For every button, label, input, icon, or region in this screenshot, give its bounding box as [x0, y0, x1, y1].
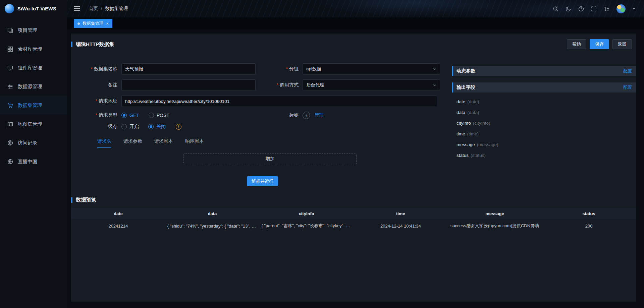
chevron-down-icon — [433, 83, 436, 87]
dynamic-params-config-link[interactable]: 配置 — [623, 68, 636, 74]
logo-row: SiWu-IoT-ViEWS — [0, 0, 67, 17]
output-fields-list: date(date) data(data) cityInfo(cityInfo)… — [452, 93, 636, 161]
menu-toggle-icon[interactable] — [74, 6, 80, 11]
avatar[interactable] — [616, 4, 626, 13]
radio-cache-off[interactable] — [148, 124, 154, 129]
sidebar-item-label: 数据集管理 — [18, 102, 42, 109]
form-row-type-tag: *请求类型 GET POST 标签 + 管理 — [71, 112, 443, 119]
method-select[interactable]: 后台代理 — [303, 79, 440, 91]
list-item: cityInfo(cityInfo) — [457, 118, 636, 129]
tab-dataset-management[interactable]: 数据集管理 × — [74, 19, 112, 28]
group-select[interactable]: api数据 — [303, 63, 440, 75]
sidebar-item-live-china[interactable]: 直播中国 — [0, 152, 67, 171]
sidebar-item-atlas[interactable]: 地图集管理 — [0, 115, 67, 133]
form-row-url: *请求地址 — [71, 96, 443, 107]
search-icon[interactable] — [553, 6, 558, 12]
preview-title: 数据预览 — [76, 197, 96, 203]
tab-request-params[interactable]: 请求参数 — [123, 138, 142, 148]
sidebar-item-datasource[interactable]: 数据源管理 — [0, 77, 67, 96]
method-select-value: 后台代理 — [306, 82, 324, 88]
tab-response-script[interactable]: 响应脚本 — [185, 138, 204, 148]
radio-post-label[interactable]: POST — [157, 113, 169, 118]
group-select-value: api数据 — [306, 66, 321, 72]
request-url-input[interactable] — [121, 96, 437, 107]
help-icon[interactable] — [578, 6, 584, 12]
request-tabs: 请求头 请求参数 请求脚本 响应脚本 — [97, 138, 443, 148]
dataset-editor-panel: 编辑HTTP数据集 帮助 保存 返回 *数据集名称 — [71, 34, 636, 302]
column-header: data — [165, 208, 260, 219]
dataset-name-label: *数据集名称 — [71, 66, 121, 72]
grid-icon — [7, 46, 13, 52]
tag-manage-link[interactable]: 管理 — [315, 112, 324, 118]
tabbar: 数据集管理 × — [67, 17, 644, 29]
sidebar-item-records[interactable]: 访问记录 — [0, 133, 67, 152]
font-size-icon[interactable] — [604, 6, 609, 12]
tab-close-icon[interactable]: × — [106, 21, 109, 26]
radio-get-label[interactable]: GET — [129, 113, 139, 118]
theme-moon-icon[interactable] — [566, 6, 571, 12]
sidebar-item-material[interactable]: 素材库管理 — [0, 40, 67, 58]
title-accent-bar — [71, 42, 72, 47]
globe-icon — [7, 140, 13, 146]
sidebar-item-project[interactable]: 项目管理 — [0, 21, 67, 40]
panel-header: 编辑HTTP数据集 帮助 保存 返回 — [71, 34, 636, 49]
remark-input[interactable] — [121, 79, 256, 91]
sidebar-item-label: 数据源管理 — [18, 83, 42, 90]
cache-warning-icon[interactable]: ! — [176, 124, 181, 130]
editor-form: *数据集名称 *分组 api数据 备注 *调用方式 — [71, 63, 443, 186]
add-header-button[interactable]: 增加 — [183, 153, 357, 164]
preview-table: date data cityInfo time message status 2… — [71, 208, 636, 233]
sidebar-item-label: 素材库管理 — [18, 46, 42, 52]
tab-label: 数据集管理 — [83, 21, 104, 26]
column-header: time — [354, 208, 448, 219]
radio-post[interactable] — [149, 113, 154, 118]
back-button[interactable]: 返回 — [612, 39, 632, 49]
sidebar-item-component[interactable]: 组件库管理 — [0, 58, 67, 77]
tab-request-script[interactable]: 请求脚本 — [154, 138, 173, 148]
chevron-down-icon[interactable] — [633, 8, 635, 10]
radio-get[interactable] — [121, 113, 127, 118]
editor-body: *数据集名称 *分组 api数据 备注 *调用方式 — [71, 49, 636, 186]
title-accent-bar — [71, 197, 72, 203]
required-asterisk: * — [96, 112, 97, 118]
radio-cache-off-label[interactable]: 关闭 — [156, 124, 166, 130]
column-header: message — [448, 208, 542, 219]
breadcrumb-home[interactable]: 首页 — [89, 6, 98, 12]
app-title: SiWu-IoT-ViEWS — [17, 6, 56, 11]
column-header: cityInfo — [259, 208, 354, 219]
dynamic-params-bar: 动态参数 配置 — [452, 66, 636, 76]
url-label: *请求地址 — [71, 98, 121, 104]
output-fields-config-link[interactable]: 配置 — [623, 84, 636, 90]
add-tag-button[interactable]: + — [303, 112, 310, 119]
tab-active-dot-icon — [77, 22, 80, 25]
help-button[interactable]: 帮助 — [567, 39, 586, 49]
radio-cache-on-label[interactable]: 开启 — [129, 124, 139, 130]
radio-cache-on[interactable] — [121, 124, 127, 129]
editor-title-row: 编辑HTTP数据集 — [71, 41, 114, 48]
tag-label: 标签 — [256, 112, 303, 118]
cell-data: { "shidu": "74%", "yesterday": { "date":… — [165, 219, 260, 233]
tab-request-headers[interactable]: 请求头 — [97, 138, 111, 148]
breadcrumb-current: 数据集管理 — [105, 6, 128, 12]
form-row-name-group: *数据集名称 *分组 api数据 — [71, 63, 443, 75]
list-item: message(message) — [457, 139, 636, 150]
cart-icon — [7, 103, 13, 108]
dataset-name-input[interactable] — [121, 63, 256, 75]
globe-icon — [7, 159, 13, 165]
breadcrumb-separator: / — [101, 6, 102, 12]
content-area: 编辑HTTP数据集 帮助 保存 返回 *数据集名称 — [67, 29, 644, 308]
sidebar-item-dataset[interactable]: 数据集管理 — [0, 96, 67, 115]
topbar: 首页 / 数据集管理 — [67, 0, 644, 17]
sidebar: SiWu-IoT-ViEWS 项目管理 素材库管理 组件库管理 数据源管理 数据… — [0, 0, 67, 308]
app-logo-icon — [5, 4, 14, 13]
save-button[interactable]: 保存 — [590, 39, 609, 49]
form-row-cache: 缓存 开启 关闭 ! — [71, 124, 443, 130]
main-column: 首页 / 数据集管理 数据集管理 × — [67, 0, 644, 308]
parse-and-run-button[interactable]: 解析并运行 — [247, 176, 278, 186]
cache-label: 缓存 — [71, 124, 121, 130]
data-preview-header: 数据预览 — [71, 197, 636, 203]
header-buttons: 帮助 保存 返回 — [564, 39, 636, 49]
fullscreen-icon[interactable] — [591, 6, 597, 12]
table-header-row: date data cityInfo time message status — [71, 208, 636, 219]
app-root: SiWu-IoT-ViEWS 项目管理 素材库管理 组件库管理 数据源管理 数据… — [0, 0, 644, 308]
